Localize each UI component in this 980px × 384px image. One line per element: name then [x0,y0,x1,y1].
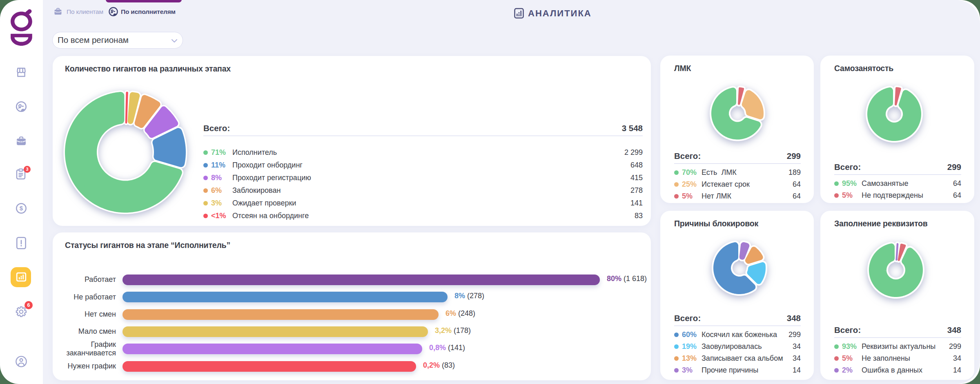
svg-text:$: $ [20,205,23,212]
